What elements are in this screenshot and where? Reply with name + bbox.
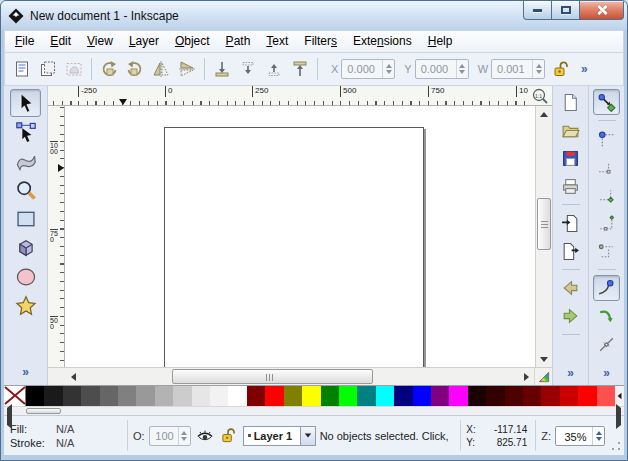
palette-scroll-right-button[interactable] bbox=[616, 408, 621, 426]
horizontal-scrollbar[interactable] bbox=[48, 367, 552, 385]
menu-extensions[interactable]: Extensions bbox=[345, 31, 420, 52]
snap-path-intersections-button[interactable] bbox=[593, 303, 620, 329]
palette-swatch[interactable] bbox=[63, 386, 81, 406]
toolbox-overflow-button[interactable]: » bbox=[22, 366, 29, 378]
save-document-button[interactable] bbox=[557, 145, 584, 171]
menu-edit[interactable]: Edit bbox=[42, 31, 79, 52]
palette-swatch[interactable] bbox=[118, 386, 136, 406]
tweak-tool-button[interactable] bbox=[10, 147, 41, 175]
scroll-left-button[interactable] bbox=[65, 368, 81, 385]
w-spinner[interactable] bbox=[532, 60, 544, 78]
palette-swatch[interactable] bbox=[413, 386, 431, 406]
layer-dropdown-button[interactable] bbox=[301, 426, 316, 446]
palette-swatch[interactable] bbox=[357, 386, 375, 406]
layer-lock-toggle[interactable] bbox=[219, 426, 239, 446]
vertical-scrollbar[interactable] bbox=[535, 106, 552, 367]
star-tool-button[interactable] bbox=[10, 292, 41, 320]
palette-scrollbar[interactable] bbox=[4, 406, 624, 415]
scroll-up-button[interactable] bbox=[536, 106, 552, 122]
y-input[interactable]: 0.000 bbox=[415, 59, 469, 79]
palette-swatch[interactable] bbox=[505, 386, 523, 406]
snap-bbox-edge-midpoints-button[interactable] bbox=[593, 210, 620, 236]
snap-bar-overflow-button[interactable]: » bbox=[603, 367, 610, 379]
select-all-button[interactable] bbox=[9, 56, 35, 82]
snap-bbox-edges-button[interactable] bbox=[593, 154, 620, 180]
menu-file[interactable]: File bbox=[7, 31, 42, 52]
ellipse-tool-button[interactable] bbox=[10, 263, 41, 291]
snap-bbox-corners-button[interactable] bbox=[593, 182, 620, 208]
x-spinner[interactable] bbox=[382, 60, 394, 78]
no-color-swatch[interactable] bbox=[4, 386, 26, 406]
opacity-input[interactable]: 100 bbox=[149, 426, 191, 446]
x-input[interactable]: 0.000 bbox=[341, 59, 395, 79]
w-input[interactable]: 0.001 bbox=[491, 59, 545, 79]
lock-ratio-button[interactable] bbox=[549, 57, 573, 81]
color-managed-display-toggle[interactable] bbox=[534, 368, 552, 385]
palette-swatch[interactable] bbox=[81, 386, 99, 406]
palette-swatch[interactable] bbox=[228, 386, 246, 406]
palette-swatch[interactable] bbox=[284, 386, 302, 406]
menu-layer[interactable]: Layer bbox=[121, 31, 167, 52]
palette-swatch[interactable] bbox=[155, 386, 173, 406]
zoom-tool-button[interactable] bbox=[10, 176, 41, 204]
snap-cusp-nodes-button[interactable] bbox=[593, 331, 620, 357]
palette-swatch[interactable] bbox=[26, 386, 44, 406]
snap-bbox-centers-button[interactable] bbox=[593, 238, 620, 264]
maximize-button[interactable] bbox=[552, 1, 580, 20]
vertical-scroll-thumb[interactable] bbox=[537, 198, 551, 250]
rotate-cw-button[interactable] bbox=[122, 56, 148, 82]
select-all-layers-button[interactable] bbox=[35, 56, 61, 82]
palette-swatch[interactable] bbox=[339, 386, 357, 406]
palette-swatch[interactable] bbox=[44, 386, 62, 406]
snap-enable-button[interactable] bbox=[593, 89, 620, 115]
snap-bbox-button[interactable] bbox=[593, 126, 620, 152]
rectangle-tool-button[interactable] bbox=[10, 205, 41, 233]
palette-swatch[interactable] bbox=[578, 386, 596, 406]
new-document-button[interactable] bbox=[557, 89, 584, 115]
horizontal-ruler[interactable]: -2500250500750100 bbox=[48, 86, 528, 106]
palette-swatch[interactable] bbox=[541, 386, 559, 406]
menu-text[interactable]: Text bbox=[258, 31, 296, 52]
palette-swatch[interactable] bbox=[431, 386, 449, 406]
palette-swatch[interactable] bbox=[486, 386, 504, 406]
palette-menu-arrow[interactable] bbox=[615, 386, 624, 406]
import-button[interactable] bbox=[557, 210, 584, 236]
menu-view[interactable]: View bbox=[79, 31, 121, 52]
zoom-spinner[interactable] bbox=[592, 427, 604, 445]
palette-swatch[interactable] bbox=[376, 386, 394, 406]
palette-swatch[interactable] bbox=[100, 386, 118, 406]
palette-swatch[interactable] bbox=[302, 386, 320, 406]
resize-grip[interactable] bbox=[609, 440, 622, 453]
undo-button[interactable] bbox=[557, 275, 584, 301]
palette-scroll-left-button[interactable] bbox=[7, 408, 12, 426]
zoom-input[interactable]: 35% bbox=[555, 426, 605, 446]
raise-button[interactable] bbox=[261, 56, 287, 82]
palette-swatch[interactable] bbox=[265, 386, 283, 406]
horizontal-scroll-thumb[interactable] bbox=[172, 369, 373, 384]
canvas[interactable] bbox=[65, 106, 535, 367]
menu-filters[interactable]: Filters bbox=[296, 31, 345, 52]
menu-path[interactable]: Path bbox=[218, 31, 259, 52]
palette-swatch[interactable] bbox=[560, 386, 578, 406]
lower-to-bottom-button[interactable] bbox=[209, 56, 235, 82]
palette-swatch[interactable] bbox=[523, 386, 541, 406]
export-button[interactable] bbox=[557, 238, 584, 264]
flip-vertical-button[interactable] bbox=[174, 56, 200, 82]
raise-to-top-button[interactable] bbox=[287, 56, 313, 82]
palette-swatch[interactable] bbox=[173, 386, 191, 406]
minimize-button[interactable] bbox=[523, 1, 552, 20]
menu-object[interactable]: Object bbox=[167, 31, 218, 52]
palette-swatch[interactable] bbox=[192, 386, 210, 406]
toolbar-overflow-button[interactable]: » bbox=[581, 63, 588, 75]
palette-swatch[interactable] bbox=[449, 386, 467, 406]
commands-bar-overflow-button[interactable]: » bbox=[567, 367, 574, 379]
box3d-tool-button[interactable] bbox=[10, 234, 41, 262]
menu-help[interactable]: Help bbox=[420, 31, 461, 52]
rotate-ccw-button[interactable] bbox=[96, 56, 122, 82]
fill-stroke-indicator[interactable]: Fill: N/A Stroke: N/A bbox=[6, 423, 122, 449]
lower-button[interactable] bbox=[235, 56, 261, 82]
y-spinner[interactable] bbox=[456, 60, 468, 78]
palette-swatch[interactable] bbox=[210, 386, 228, 406]
open-document-button[interactable] bbox=[557, 117, 584, 143]
deselect-button[interactable] bbox=[61, 56, 87, 82]
